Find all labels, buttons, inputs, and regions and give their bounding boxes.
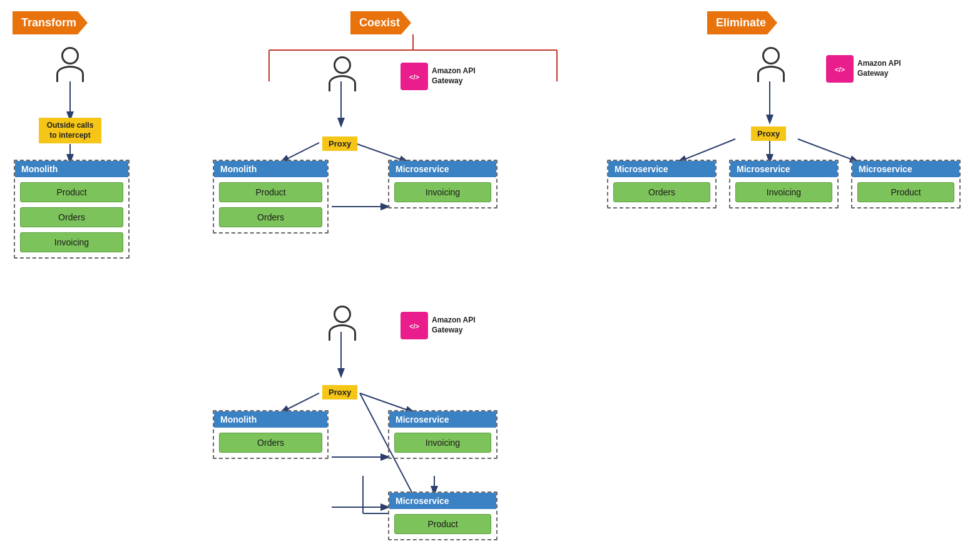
person-coexist-bottom xyxy=(329,306,356,341)
person-head-cb xyxy=(334,306,351,323)
api-gw-icon-el: </> xyxy=(826,55,854,83)
person-coexist-top xyxy=(329,56,356,91)
microservice-coexist-top: Microservice Invoicing xyxy=(388,160,498,209)
microservice-el-3: Microservice Product xyxy=(851,160,961,209)
person-head-ct xyxy=(334,56,351,74)
invoicing-item-ct: Invoicing xyxy=(394,182,491,202)
orders-item-el1: Orders xyxy=(613,182,710,202)
product-item-cb2: Product xyxy=(394,514,491,534)
person-body-cb xyxy=(329,324,356,341)
person-eliminate xyxy=(757,47,785,82)
api-gw-icon-ct: </> xyxy=(401,63,428,90)
microservice-el1-header: Microservice xyxy=(608,161,715,177)
coexist-banner: Coexist xyxy=(350,11,411,34)
person-body-el xyxy=(757,66,785,82)
api-gw-label-ct: Amazon APIGateway xyxy=(432,66,476,86)
svg-text:</>: </> xyxy=(835,66,845,73)
proxy-coexist-bottom: Proxy xyxy=(322,385,357,399)
svg-line-20 xyxy=(679,139,735,162)
proxy-eliminate: Proxy xyxy=(751,126,786,141)
microservice-el3-header: Microservice xyxy=(852,161,959,177)
api-gw-icon-cb: </> xyxy=(401,312,428,339)
microservice-cb1-header: Microservice xyxy=(389,411,496,428)
person-head xyxy=(61,47,79,64)
eliminate-banner: Eliminate xyxy=(707,11,777,34)
product-item-ct: Product xyxy=(219,182,322,202)
svg-line-7 xyxy=(282,143,319,162)
person-body-ct xyxy=(329,75,356,91)
proxy-coexist-top: Proxy xyxy=(322,136,357,151)
api-gw-label-cb: Amazon APIGateway xyxy=(432,316,476,335)
microservice-el-1: Microservice Orders xyxy=(607,160,717,209)
product-item-transform: Product xyxy=(20,182,123,202)
monolith-transform-header: Monolith xyxy=(15,161,128,177)
monolith-coexist-top: Monolith Product Orders xyxy=(213,160,329,234)
product-item-el3: Product xyxy=(857,182,954,202)
invoicing-item-cb1: Invoicing xyxy=(394,433,491,453)
microservice-cb2-header: Microservice xyxy=(389,493,496,509)
api-gw-coexist-top: </> Amazon APIGateway xyxy=(401,63,476,90)
microservice-el-2: Microservice Invoicing xyxy=(729,160,839,209)
svg-line-8 xyxy=(354,143,407,162)
api-gw-eliminate: </> Amazon APIGateway xyxy=(826,55,901,83)
api-gw-coexist-bottom: </> Amazon APIGateway xyxy=(401,312,476,339)
outside-calls-label: Outside callsto intercept xyxy=(39,118,101,143)
monolith-coexist-bottom: Monolith Orders xyxy=(213,410,329,459)
orders-item-cb: Orders xyxy=(219,433,322,453)
person-transform xyxy=(56,47,84,82)
person-body xyxy=(56,66,84,82)
orders-item-transform: Orders xyxy=(20,207,123,227)
microservice-ct-header: Microservice xyxy=(389,161,496,177)
invoicing-item-transform: Invoicing xyxy=(20,232,123,252)
monolith-cb-header: Monolith xyxy=(214,411,327,428)
invoicing-item-el2: Invoicing xyxy=(735,182,832,202)
microservice-cb-2: Microservice Product xyxy=(388,492,498,540)
microservice-el2-header: Microservice xyxy=(730,161,837,177)
monolith-transform: Monolith Product Orders Invoicing xyxy=(14,160,130,259)
svg-text:</>: </> xyxy=(409,73,419,81)
person-head-el xyxy=(762,47,780,64)
api-gw-label-el: Amazon APIGateway xyxy=(857,59,901,78)
svg-text:</>: </> xyxy=(409,322,419,330)
microservice-cb-1: Microservice Invoicing xyxy=(388,410,498,459)
monolith-ct-header: Monolith xyxy=(214,161,327,177)
svg-line-11 xyxy=(282,393,319,412)
orders-item-ct: Orders xyxy=(219,207,322,227)
transform-banner: Transform xyxy=(13,11,88,34)
svg-line-22 xyxy=(798,139,857,162)
svg-line-12 xyxy=(360,393,413,412)
